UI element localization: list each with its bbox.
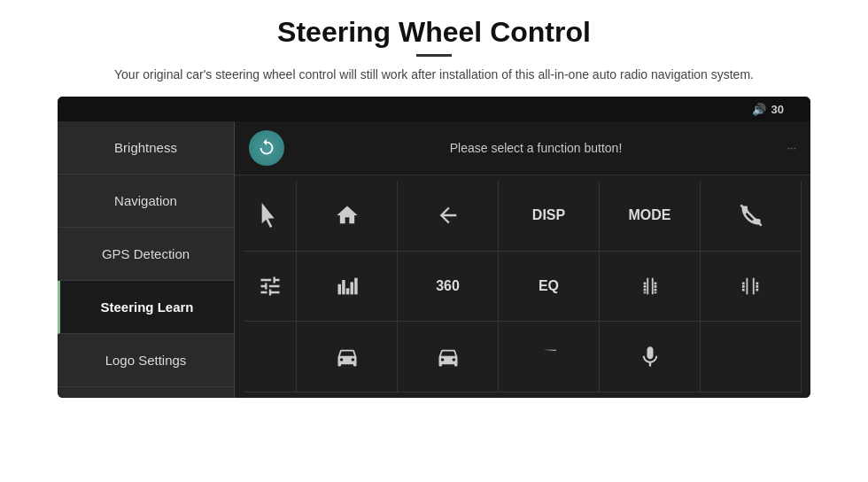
sync-icon[interactable] — [249, 130, 284, 166]
page-subtitle: Your original car's steering wheel contr… — [114, 66, 754, 84]
360-label: 360 — [436, 278, 460, 294]
sidebar-item-steering-learn[interactable]: Steering Learn — [58, 281, 234, 334]
eq-button[interactable]: EQ — [499, 252, 600, 323]
car2-button[interactable] — [398, 322, 499, 393]
car3-button[interactable] — [499, 322, 600, 393]
sidebar-label-navigation: Navigation — [114, 193, 177, 208]
button-grid: DISP MODE — [235, 175, 810, 398]
row3-col0 — [244, 322, 297, 393]
mode-label: MODE — [629, 207, 671, 223]
disp-button[interactable]: DISP — [499, 181, 600, 252]
sidebar-item-brightness[interactable]: Brightness — [58, 121, 234, 175]
car-screen: 🔊 30 Brightness Navigation GPS Detection… — [58, 97, 810, 398]
home-button[interactable] — [297, 181, 398, 252]
eq-label: EQ — [539, 278, 559, 294]
beer1-button[interactable] — [600, 252, 701, 323]
mode-button[interactable]: MODE — [600, 181, 701, 252]
car1-button[interactable] — [297, 322, 398, 393]
volume-icon: 🔊 — [752, 103, 766, 116]
row3-last — [701, 322, 802, 393]
beer2-button[interactable] — [701, 252, 802, 323]
disp-label: DISP — [532, 207, 565, 223]
svg-rect-1 — [337, 284, 341, 295]
top-bar: 🔊 30 — [58, 97, 810, 121]
no-call-button[interactable] — [701, 181, 802, 252]
title-divider — [416, 54, 452, 57]
sidebar-label-gps: GPS Detection — [102, 246, 190, 261]
sidebar-label-brightness: Brightness — [114, 140, 177, 155]
dots-indicator: ··· — [787, 142, 796, 154]
sidebar-item-gps-detection[interactable]: GPS Detection — [58, 228, 234, 281]
equalizer-button[interactable] — [297, 252, 398, 323]
svg-rect-3 — [345, 288, 349, 294]
svg-rect-2 — [342, 280, 345, 294]
svg-rect-4 — [350, 282, 353, 294]
page-title: Steering Wheel Control — [277, 16, 591, 49]
content-area: Brightness Navigation GPS Detection Stee… — [58, 121, 810, 398]
function-prompt: Please select a function button! — [298, 141, 773, 155]
sidebar-item-navigation[interactable]: Navigation — [58, 175, 234, 228]
sidebar: Brightness Navigation GPS Detection Stee… — [58, 121, 235, 398]
360-button[interactable]: 360 — [398, 252, 499, 323]
equalizer-icon-cell — [244, 252, 297, 323]
sidebar-label-steering: Steering Learn — [100, 299, 193, 315]
right-panel: Please select a function button! ··· — [235, 121, 810, 398]
volume-value: 30 — [771, 103, 784, 116]
function-bar: Please select a function button! ··· — [235, 121, 810, 175]
sidebar-label-logo: Logo Settings — [105, 353, 187, 368]
back-button[interactable] — [398, 181, 499, 252]
cursor-cell — [244, 181, 297, 252]
sidebar-item-logo-settings[interactable]: Logo Settings — [58, 334, 234, 387]
mic-button[interactable] — [600, 322, 701, 393]
svg-rect-5 — [354, 278, 358, 295]
